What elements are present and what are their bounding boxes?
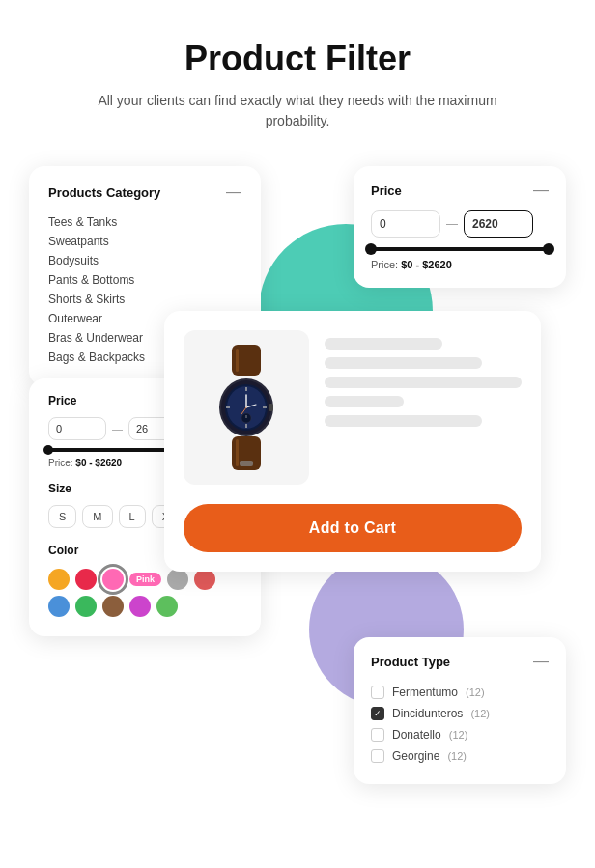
product-type-list: Fermentumo (12) Dincidunteros (12) Donat…: [371, 682, 549, 767]
product-image-box: [184, 330, 309, 485]
price-dash: —: [446, 217, 458, 231]
card-price-top: Price — — Price: $0 - $2620: [354, 166, 566, 288]
product-details: [325, 330, 522, 427]
price-slider-thumb-right[interactable]: [543, 243, 554, 255]
color-swatch-purple[interactable]: [129, 596, 151, 617]
product-detail-line: [325, 377, 522, 388]
list-item: Fermentumo (12): [371, 682, 549, 703]
list-item[interactable]: Shorts & Skirts: [48, 290, 241, 309]
price-slider-thumb-left[interactable]: [365, 243, 377, 255]
svg-rect-18: [240, 461, 253, 466]
color-swatches: Pink: [48, 569, 241, 617]
card-category-title: Products Category: [48, 185, 160, 200]
color-pink-label: Pink: [129, 573, 161, 586]
svg-rect-1: [236, 349, 239, 372]
product-inner: [184, 330, 522, 485]
price-min-input[interactable]: [371, 210, 440, 238]
price-label-top: Price: $0 - $2620: [371, 259, 549, 270]
watch-image: [203, 345, 290, 470]
size-btn-m[interactable]: M: [82, 505, 112, 528]
add-to-cart-button[interactable]: Add to Cart: [184, 504, 522, 552]
size-btn-l[interactable]: L: [119, 505, 146, 528]
color-row-1: Pink: [48, 569, 241, 590]
ui-demo-area: Products Category — Tees & Tanks Sweatpa…: [19, 166, 576, 784]
list-item: Dincidunteros (12): [371, 703, 549, 724]
price-max-input[interactable]: [464, 210, 533, 238]
list-item[interactable]: Sweatpants: [48, 232, 241, 251]
type-checkbox-georgine[interactable]: [371, 749, 384, 763]
card-product-type-header: Product Type —: [371, 653, 549, 670]
color-row-2: [48, 596, 241, 617]
size-btn-s[interactable]: S: [48, 505, 76, 528]
list-item: Donatello (12): [371, 724, 549, 745]
type-name: Dincidunteros: [392, 707, 463, 720]
price-top-collapse-icon[interactable]: —: [533, 182, 549, 199]
type-checkbox-fermentumo[interactable]: [371, 686, 384, 699]
type-name: Georgine: [392, 749, 439, 763]
price-slider-top[interactable]: [371, 247, 549, 251]
product-detail-line: [325, 415, 482, 427]
color-swatch-blue[interactable]: [48, 596, 70, 617]
page-subtitle: All your clients can find exactly what t…: [95, 91, 500, 131]
card-category-header: Products Category —: [48, 183, 241, 201]
type-name: Donatello: [392, 728, 441, 742]
type-count: (12): [470, 708, 490, 719]
color-swatch-lime[interactable]: [156, 596, 178, 617]
left-slider-thumb[interactable]: [43, 445, 53, 455]
category-collapse-icon[interactable]: —: [226, 183, 241, 201]
card-product-type: Product Type — Fermentumo (12) Dincidunt…: [354, 637, 566, 784]
list-item[interactable]: Bodysuits: [48, 251, 241, 270]
color-label-heading: Color: [48, 544, 78, 557]
left-price-dash: —: [112, 423, 123, 434]
svg-rect-17: [236, 439, 239, 466]
price-slider-fill: [371, 247, 549, 251]
color-swatch-green[interactable]: [75, 596, 97, 617]
product-detail-line: [325, 396, 404, 407]
product-detail-line: [325, 357, 482, 369]
color-swatch-brown[interactable]: [102, 596, 124, 617]
color-swatch-gray[interactable]: [167, 569, 188, 590]
type-checkbox-donatello[interactable]: [371, 728, 384, 742]
list-item[interactable]: Pants & Bottoms: [48, 270, 241, 290]
product-detail-line: [325, 338, 442, 350]
type-count: (12): [447, 750, 467, 762]
list-item[interactable]: Tees & Tanks: [48, 212, 241, 232]
type-name: Fermentumo: [392, 686, 458, 699]
card-price-top-title: Price: [371, 183, 402, 198]
card-price-top-header: Price —: [371, 182, 549, 199]
color-swatch-red[interactable]: [75, 569, 97, 590]
page-wrapper: Product Filter All your clients can find…: [0, 0, 595, 868]
svg-rect-15: [269, 404, 273, 411]
page-title: Product Filter: [184, 39, 411, 79]
type-count: (12): [449, 729, 468, 741]
card-product: Add to Cart: [164, 311, 541, 572]
color-swatch-pink[interactable]: [102, 569, 124, 590]
color-swatch-lightred[interactable]: [194, 569, 215, 590]
left-price-min-input[interactable]: [48, 417, 106, 440]
price-inputs-top: —: [371, 210, 549, 238]
type-count: (12): [466, 686, 485, 698]
card-product-type-title: Product Type: [371, 655, 450, 669]
product-type-collapse-icon[interactable]: —: [533, 653, 549, 670]
type-checkbox-dincidunteros[interactable]: [371, 707, 384, 720]
color-swatch-orange[interactable]: [48, 569, 70, 590]
list-item: Georgine (12): [371, 745, 549, 767]
